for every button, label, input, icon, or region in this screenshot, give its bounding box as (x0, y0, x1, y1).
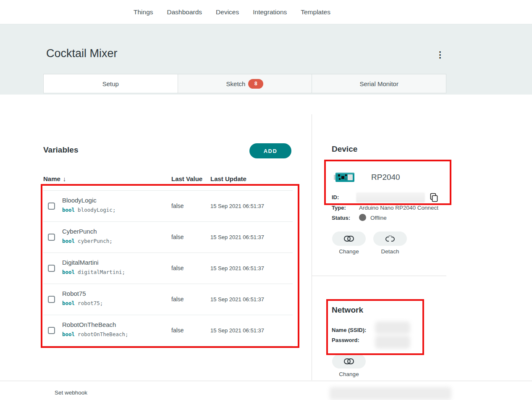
device-status-value: Offline (370, 215, 387, 221)
network-change-button[interactable] (332, 354, 366, 368)
row-checkbox[interactable] (48, 296, 55, 303)
variable-row-robotonthebeach[interactable]: RobotOnTheBeach boolrobotOnTheBeach; fal… (43, 315, 293, 346)
device-id-value-redacted (356, 192, 425, 203)
chain-link-icon (344, 358, 354, 364)
variable-last-update: 15 Sep 2021 06:51:37 (210, 203, 264, 209)
code-keyword: bool (62, 300, 75, 306)
code-identifier: digitalMartini; (78, 269, 125, 275)
variable-name: Robot75 (62, 290, 86, 297)
network-ssid-label: Name (SSID): (332, 327, 366, 333)
nav-item-dashboards[interactable]: Dashboards (167, 8, 202, 16)
device-change-label: Change (332, 248, 366, 255)
footer-divider (0, 381, 532, 381)
variable-row-cyberpunch[interactable]: CyberPunch boolcyberPunch; false 15 Sep … (43, 222, 293, 253)
network-password-label: Password: (332, 337, 359, 343)
code-identifier: robotOnTheBeach; (78, 331, 128, 337)
code-keyword: bool (62, 331, 75, 337)
kebab-menu-icon[interactable]: ⋮ (435, 48, 445, 61)
device-board-thumbnail (334, 172, 355, 182)
device-type-value: Arduino Nano RP2040 Connect (359, 205, 438, 211)
variable-last-value: false (171, 296, 184, 303)
row-checkbox[interactable] (48, 234, 55, 241)
network-change-label: Change (332, 371, 366, 377)
column-header-name-label: Name (43, 175, 60, 182)
variable-last-update: 15 Sep 2021 06:51:37 (210, 296, 264, 303)
status-offline-dot-icon (359, 214, 366, 221)
nav-item-things[interactable]: Things (134, 8, 153, 16)
device-change-button[interactable] (332, 232, 366, 246)
page-title: Cocktail Mixer (46, 47, 118, 60)
device-title: Device (332, 145, 357, 154)
arduino-iot-cloud-thing-page: Things Dashboards Devices Integrations T… (0, 0, 532, 400)
code-identifier: bloodyLogic; (78, 207, 115, 213)
right-column-divider (312, 276, 446, 276)
redacted-content-blur (330, 387, 451, 400)
sort-down-icon: ↓ (63, 175, 66, 182)
code-identifier: robot75; (78, 300, 103, 306)
tab-setup[interactable]: Setup (44, 74, 178, 93)
row-checkbox[interactable] (48, 265, 55, 272)
variable-row-digitalmartini[interactable]: DigitalMartini booldigitalMartini; false… (43, 253, 293, 284)
broken-chain-link-icon (385, 235, 396, 242)
nav-item-devices[interactable]: Devices (216, 8, 239, 16)
variable-declaration: boolbloodyLogic; (62, 207, 115, 213)
device-status-label: Status: (332, 215, 350, 221)
variable-name: DigitalMartini (62, 259, 99, 266)
variables-table: BloodyLogic boolbloodyLogic; false 15 Se… (43, 190, 293, 346)
variable-name: RobotOnTheBeach (62, 321, 116, 328)
sketch-badge: 8 (248, 79, 263, 89)
variable-declaration: boolrobot75; (62, 300, 103, 306)
add-variable-button[interactable]: ADD (249, 143, 291, 158)
tab-setup-label: Setup (102, 80, 119, 87)
column-header-last-update: Last Update (210, 175, 246, 182)
tab-serial-monitor-label: Serial Monitor (359, 80, 398, 87)
variable-last-value: false (171, 327, 184, 334)
variable-declaration: boolrobotOnTheBeach; (62, 331, 128, 337)
network-ssid-value-redacted (375, 321, 410, 334)
chain-link-icon (344, 236, 354, 242)
variable-last-update: 15 Sep 2021 06:51:37 (210, 265, 264, 271)
variable-last-update: 15 Sep 2021 06:51:37 (210, 327, 264, 334)
network-password-value-redacted (375, 335, 410, 349)
device-name: RP2040 (371, 173, 400, 182)
variable-last-value: false (171, 234, 184, 240)
code-keyword: bool (62, 269, 75, 275)
variables-title: Variables (43, 145, 78, 155)
device-id-label: ID: (332, 194, 339, 200)
tab-sketch-label: Sketch (226, 80, 246, 87)
row-checkbox[interactable] (48, 203, 55, 210)
row-checkbox[interactable] (48, 327, 55, 334)
variable-name: CyberPunch (62, 228, 97, 235)
column-header-last-value: Last Value (171, 175, 202, 182)
variable-name: BloodyLogic (62, 197, 97, 204)
variable-row-robot75[interactable]: Robot75 boolrobot75; false 15 Sep 2021 0… (43, 284, 293, 315)
variable-last-update: 15 Sep 2021 06:51:37 (210, 234, 264, 240)
nav-item-templates[interactable]: Templates (301, 8, 330, 16)
code-keyword: bool (62, 238, 75, 244)
thing-tabbar: Setup Sketch 8 Serial Monitor (43, 74, 446, 93)
top-navigation: Things Dashboards Devices Integrations T… (0, 0, 532, 24)
tab-sketch[interactable]: Sketch 8 (178, 74, 312, 93)
device-type-label: Type: (332, 205, 346, 211)
variable-declaration: booldigitalMartini; (62, 269, 125, 275)
column-divider (312, 114, 312, 380)
copy-icon[interactable] (429, 193, 438, 202)
set-webhook-link[interactable]: Set webhook (55, 389, 87, 396)
variable-last-value: false (171, 265, 184, 271)
tab-serial-monitor[interactable]: Serial Monitor (312, 74, 446, 93)
variable-declaration: boolcyberPunch; (62, 238, 113, 244)
code-identifier: cyberPunch; (78, 238, 113, 244)
device-detach-button[interactable] (373, 232, 407, 246)
code-keyword: bool (62, 207, 75, 213)
variable-last-value: false (171, 203, 184, 209)
nav-item-integrations[interactable]: Integrations (253, 8, 287, 16)
variable-row-bloodylogic[interactable]: BloodyLogic boolbloodyLogic; false 15 Se… (43, 191, 293, 222)
column-header-name[interactable]: Name↓ (43, 175, 66, 182)
network-title: Network (332, 305, 363, 315)
device-detach-label: Detach (373, 248, 407, 255)
